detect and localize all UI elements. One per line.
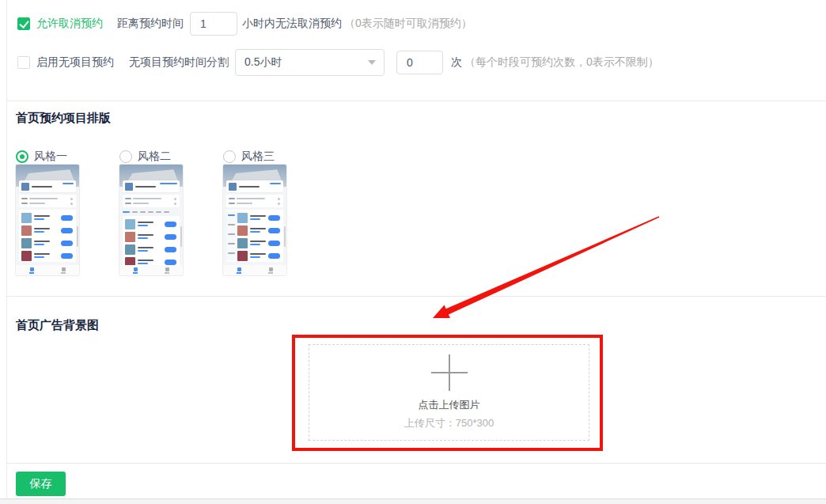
count-input[interactable] bbox=[396, 51, 443, 74]
upload-image-dropzone[interactable]: 点击上传图片 上传尺寸：750*300 bbox=[309, 344, 589, 441]
allow-cancel-label: 允许取消预约 bbox=[36, 17, 103, 31]
no-project-checkbox[interactable] bbox=[17, 56, 30, 69]
style-one-radio[interactable]: 风格一 bbox=[16, 150, 67, 164]
style-three-thumbnail[interactable] bbox=[223, 165, 286, 275]
layout-section-title: 首页预约项目排版 bbox=[16, 111, 111, 126]
no-project-row: 启用无项目预约 无项目预约时间分割 0.5小时 次 （每个时段可预约次数，0表示… bbox=[17, 47, 659, 78]
radio-icon bbox=[119, 150, 132, 163]
cancel-hint: （0表示随时可取消预约） bbox=[344, 17, 472, 31]
cancel-reservation-row: 允许取消预约 距离预约时间 小时内无法取消预约 （0表示随时可取消预约） bbox=[17, 10, 472, 37]
radio-icon bbox=[223, 150, 236, 163]
upload-size-hint: 上传尺寸：750*300 bbox=[404, 416, 494, 430]
cancel-hours-input[interactable] bbox=[190, 12, 237, 36]
count-unit: 次 bbox=[451, 55, 462, 70]
time-split-value: 0.5小时 bbox=[244, 55, 282, 70]
allow-cancel-checkbox[interactable] bbox=[17, 17, 30, 30]
style-three-label: 风格三 bbox=[241, 150, 275, 164]
chevron-down-icon bbox=[368, 60, 376, 65]
style-one-label: 风格一 bbox=[34, 150, 67, 164]
split-label: 无项目预约时间分割 bbox=[129, 55, 229, 70]
style-one-thumbnail[interactable] bbox=[16, 165, 79, 275]
divider bbox=[7, 296, 826, 297]
plus-icon bbox=[431, 354, 468, 391]
ad-section-title: 首页广告背景图 bbox=[16, 318, 99, 333]
style-two-thumbnail[interactable] bbox=[119, 165, 183, 275]
time-split-select[interactable]: 0.5小时 bbox=[235, 49, 385, 76]
style-two-label: 风格二 bbox=[138, 150, 171, 164]
count-hint: （每个时段可预约次数，0表示不限制） bbox=[464, 55, 659, 70]
radio-selected-icon bbox=[16, 150, 28, 163]
settings-page: 允许取消预约 距离预约时间 小时内无法取消预约 （0表示随时可取消预约） 启用无… bbox=[0, 0, 826, 504]
style-three-radio[interactable]: 风格三 bbox=[223, 150, 275, 164]
cancel-time-prefix: 距离预约时间 bbox=[117, 17, 184, 31]
save-button[interactable]: 保存 bbox=[16, 472, 66, 496]
style-two-radio[interactable]: 风格二 bbox=[119, 150, 171, 164]
divider bbox=[7, 463, 826, 464]
upload-text: 点击上传图片 bbox=[419, 398, 480, 412]
no-project-label: 启用无项目预约 bbox=[36, 55, 114, 70]
panel-left-border bbox=[6, 0, 7, 498]
divider bbox=[7, 100, 826, 101]
cancel-time-suffix: 小时内无法取消预约 bbox=[242, 17, 342, 31]
page-bottom-edge bbox=[0, 498, 826, 504]
